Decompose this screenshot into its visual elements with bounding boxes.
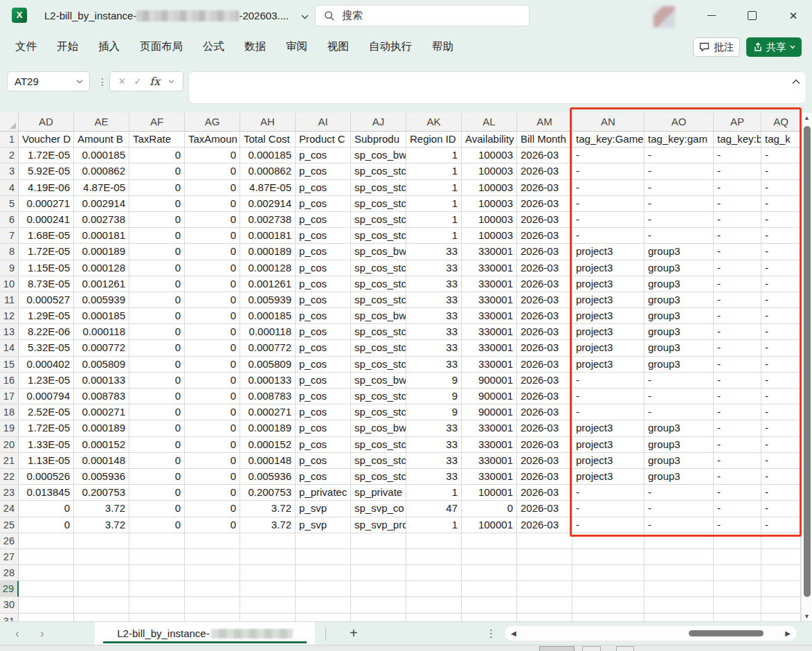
cell-AG26[interactable] [185, 533, 240, 549]
cell-AP1[interactable]: tag_key:bu [714, 132, 761, 148]
cell-AO24[interactable]: - [644, 501, 714, 517]
cell-AF13[interactable]: 0 [129, 324, 185, 340]
cell-AD5[interactable]: 0.000271 [19, 196, 74, 212]
cell-AP3[interactable]: - [714, 163, 761, 179]
cell-AK12[interactable]: 33 [406, 308, 462, 324]
cell-AQ19[interactable]: - [761, 420, 801, 436]
cell-AJ15[interactable]: sp_cos_stc [351, 357, 406, 373]
formula-input[interactable] [188, 71, 806, 104]
formula-bar-handle-icon[interactable]: ⋮ [98, 71, 107, 91]
cell-AJ21[interactable]: sp_cos_stc [351, 453, 406, 469]
cell-AN9[interactable]: project3 [572, 260, 644, 276]
cell-AI3[interactable]: p_cos [296, 163, 351, 179]
cell-AK2[interactable]: 1 [406, 148, 462, 163]
column-header-AP[interactable]: AP [714, 113, 761, 132]
cell-AF4[interactable]: 0 [129, 180, 185, 196]
cell-AG1[interactable]: TaxAmoun [185, 132, 240, 148]
cell-AL3[interactable]: 100003 [462, 163, 517, 179]
cell-AO9[interactable]: group3 [644, 260, 714, 276]
cell-AP2[interactable]: - [714, 148, 761, 163]
cell-AP18[interactable]: - [714, 404, 761, 420]
scroll-right-arrow-icon[interactable]: ▶ [785, 630, 791, 637]
cell-AG31[interactable] [185, 614, 240, 621]
cell-AK17[interactable]: 9 [406, 389, 462, 404]
cell-AQ7[interactable]: - [761, 228, 801, 244]
cell-AI1[interactable]: Product C [296, 132, 351, 148]
cell-AL16[interactable]: 900001 [462, 373, 517, 389]
cell-AK21[interactable]: 33 [406, 453, 462, 469]
row-header-2[interactable]: 2 [0, 148, 19, 163]
cell-AP10[interactable]: - [714, 276, 761, 292]
cell-AE25[interactable]: 3.72 [74, 517, 129, 533]
minimize-button[interactable] [696, 0, 728, 31]
maximize-button[interactable] [736, 0, 768, 31]
cell-AN3[interactable]: - [572, 163, 644, 179]
cell-AF19[interactable]: 0 [129, 420, 185, 436]
cell-AQ22[interactable]: - [761, 469, 801, 485]
cell-AM9[interactable]: 2026-03 [517, 260, 572, 276]
cell-AE2[interactable]: 0.000185 [74, 148, 129, 163]
cell-AO14[interactable]: group3 [644, 340, 714, 356]
cell-AF17[interactable]: 0 [129, 389, 185, 404]
cell-AO2[interactable]: - [644, 148, 714, 163]
row-header-10[interactable]: 10 [0, 276, 19, 292]
cell-AG30[interactable] [185, 597, 240, 613]
cell-AM5[interactable]: 2026-03 [517, 196, 572, 212]
cell-AE27[interactable] [74, 549, 129, 565]
cell-AH30[interactable] [240, 597, 296, 613]
cell-AE17[interactable]: 0.008783 [74, 389, 129, 404]
horizontal-scrollbar[interactable]: ◀ ▶ [504, 625, 797, 641]
cell-AP4[interactable]: - [714, 180, 761, 196]
cell-AO7[interactable]: - [644, 228, 714, 244]
fx-chevron-icon[interactable] [168, 80, 174, 84]
cell-AG16[interactable]: 0 [185, 373, 240, 389]
row-header-29[interactable]: 29 [0, 581, 19, 597]
cell-AQ29[interactable] [761, 581, 801, 597]
cell-AN25[interactable]: - [572, 517, 644, 533]
cell-AM3[interactable]: 2026-03 [517, 163, 572, 179]
cell-AJ7[interactable]: sp_cos_stc [351, 228, 406, 244]
cell-AO15[interactable]: group3 [644, 357, 714, 373]
cell-AE11[interactable]: 0.005939 [74, 292, 129, 308]
cell-AN30[interactable] [572, 597, 644, 613]
cell-AL28[interactable] [462, 565, 517, 581]
column-header-AQ[interactable]: AQ [761, 113, 801, 132]
cell-AG7[interactable]: 0 [185, 228, 240, 244]
cell-AG28[interactable] [185, 565, 240, 581]
cell-AL24[interactable]: 0 [462, 501, 517, 517]
column-header-AM[interactable]: AM [517, 113, 572, 132]
tab-automate[interactable]: 自动执行 [369, 39, 412, 54]
cell-AG25[interactable]: 0 [185, 517, 240, 533]
cell-AQ25[interactable]: - [761, 517, 801, 533]
cell-AD4[interactable]: 4.19E-06 [19, 180, 74, 196]
cell-AJ10[interactable]: sp_cos_stc [351, 276, 406, 292]
cell-AK28[interactable] [406, 565, 462, 581]
cell-AM1[interactable]: Bill Month [517, 132, 572, 148]
comments-button[interactable]: 批注 [693, 37, 740, 57]
cell-AD29[interactable] [19, 581, 74, 597]
cell-AN24[interactable]: - [572, 501, 644, 517]
cell-AJ18[interactable]: sp_cos_stc [351, 404, 406, 420]
column-header-AG[interactable]: AG [185, 113, 240, 132]
cell-AM28[interactable] [517, 565, 572, 581]
cell-AP16[interactable]: - [714, 373, 761, 389]
row-header-27[interactable]: 27 [0, 549, 19, 565]
cell-AQ30[interactable] [761, 597, 801, 613]
cell-AF15[interactable]: 0 [129, 357, 185, 373]
cell-AL27[interactable] [462, 549, 517, 565]
cell-AN31[interactable] [572, 614, 644, 621]
row-header-26[interactable]: 26 [0, 533, 19, 549]
cell-AO25[interactable]: - [644, 517, 714, 533]
cell-AM25[interactable]: 2026-03 [517, 517, 572, 533]
cell-AO18[interactable]: - [644, 404, 714, 420]
cell-AE3[interactable]: 0.000862 [74, 163, 129, 179]
cell-AP5[interactable]: - [714, 196, 761, 212]
tab-file[interactable]: 文件 [15, 39, 37, 54]
cell-AO10[interactable]: group3 [644, 276, 714, 292]
column-header-AL[interactable]: AL [462, 113, 517, 132]
cell-AP30[interactable] [714, 597, 761, 613]
cell-AL18[interactable]: 900001 [462, 404, 517, 420]
cell-AK31[interactable] [406, 614, 462, 621]
cell-AP9[interactable]: - [714, 260, 761, 276]
cell-AN20[interactable]: project3 [572, 437, 644, 453]
